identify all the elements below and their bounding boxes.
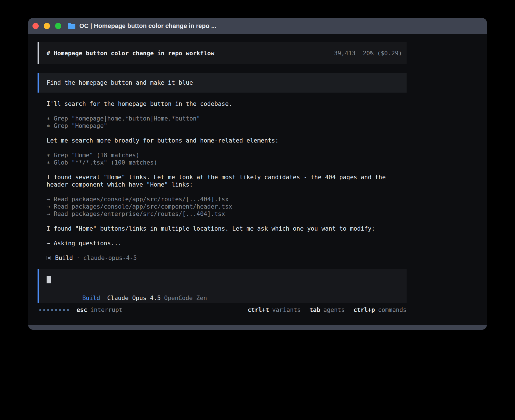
window-title: OC | Homepage button color change in rep…: [79, 22, 216, 30]
user-message: Find the homepage button and make it blu…: [38, 73, 407, 93]
shortcut-key: tab: [309, 307, 320, 313]
assistant-paragraph: Let me search more broadly for buttons a…: [47, 137, 407, 144]
agent-model: claude-opus-4-5: [83, 254, 137, 262]
session-header: # Homepage button color change in repo w…: [38, 42, 407, 64]
asking-questions-line: ~ Asking questions...: [47, 240, 407, 247]
zoom-button[interactable]: [55, 23, 61, 29]
prompt-input[interactable]: BuildClaude Opus 4.5OpenCode Zen: [38, 269, 407, 303]
tool-call-line: ∗ Glob "**/*.tsx" (100 matches): [47, 159, 407, 166]
session-title: # Homepage button color change in repo w…: [47, 50, 214, 57]
agent-status-line: Build · claude-opus-4-5: [47, 254, 407, 262]
esc-action-label: interrupt: [90, 307, 123, 313]
tool-call-line: ∗ Grep "Home" (18 matches): [47, 152, 407, 159]
shortcut-key: ctrl+p: [353, 307, 375, 313]
shortcut-variants: ctrl+t variants: [248, 307, 301, 313]
minimize-button[interactable]: [44, 23, 50, 29]
assistant-text-line: header component which have "Home" links…: [47, 181, 407, 188]
input-footer: BuildClaude Opus 4.5OpenCode Zen: [47, 287, 407, 309]
tool-call-line: ∗ Grep "homepage|home.*button|Home.*butt…: [47, 115, 407, 122]
assistant-text-line: Let me search more broadly for buttons a…: [47, 137, 407, 144]
shortcut-label: variants: [272, 307, 301, 313]
terminal-window: OC | Homepage button color change in rep…: [28, 18, 487, 330]
agent-name: Build: [55, 254, 73, 262]
window-titlebar: OC | Homepage button color change in rep…: [28, 18, 487, 34]
assistant-text-line: I found several "Home" links. Let me loo…: [47, 174, 407, 181]
assistant-paragraph: I'll search for the homepage button in t…: [47, 100, 407, 108]
assistant-paragraph: I found "Home" buttons/links in multiple…: [47, 225, 407, 232]
input-model-label[interactable]: Claude Opus 4.5: [107, 295, 161, 301]
terminal-body: # Homepage button color change in repo w…: [28, 34, 487, 325]
agent-icon: [47, 256, 51, 260]
text-cursor: [47, 276, 51, 283]
assistant-text-line: I found "Home" buttons/links in multiple…: [47, 225, 407, 232]
assistant-paragraph: I found several "Home" links. Let me loo…: [47, 174, 407, 188]
tool-call-line: → Read packages/console/app/src/routes/[…: [47, 196, 407, 203]
tool-call-group: ∗ Grep "homepage|home.*button|Home.*butt…: [47, 115, 407, 130]
shortcut-label: commands: [378, 307, 407, 313]
shortcut-commands: ctrl+p commands: [353, 307, 407, 313]
folder-icon: [67, 23, 76, 29]
close-button[interactable]: [32, 23, 39, 29]
tool-call-line: → Read packages/console/app/src/componen…: [47, 203, 407, 210]
esc-key-hint: esc: [77, 307, 87, 313]
shortcut-key: ctrl+t: [248, 307, 269, 313]
shortcut-agents: tab agents: [309, 307, 345, 313]
status-bar: esc interrupt ctrl+t variants tab agents…: [38, 306, 407, 314]
input-provider-label: OpenCode Zen: [164, 295, 207, 301]
input-agent-label[interactable]: Build: [82, 295, 100, 301]
shortcut-label: agents: [323, 307, 345, 313]
tool-call-group: ∗ Grep "Home" (18 matches) ∗ Glob "**/*.…: [47, 152, 407, 166]
tool-call-group: → Read packages/console/app/src/routes/[…: [47, 196, 407, 218]
traffic-lights: [32, 23, 61, 29]
token-count: 39,413: [334, 50, 355, 57]
tool-call-line: → Read packages/enterprise/src/routes/[.…: [47, 210, 407, 218]
context-cost: 20% ($0.29): [363, 50, 402, 57]
agent-separator: ·: [76, 254, 80, 262]
assistant-status: ~ Asking questions...: [47, 240, 407, 247]
spinner-dots: [39, 309, 69, 311]
assistant-text-line: I'll search for the homepage button in t…: [47, 100, 407, 108]
tool-call-line: ∗ Grep "Homepage": [47, 122, 407, 130]
session-stats: 39,413 20% ($0.29): [334, 50, 402, 57]
assistant-response: I'll search for the homepage button in t…: [38, 100, 407, 262]
user-message-text: Find the homepage button and make it blu…: [47, 79, 193, 86]
